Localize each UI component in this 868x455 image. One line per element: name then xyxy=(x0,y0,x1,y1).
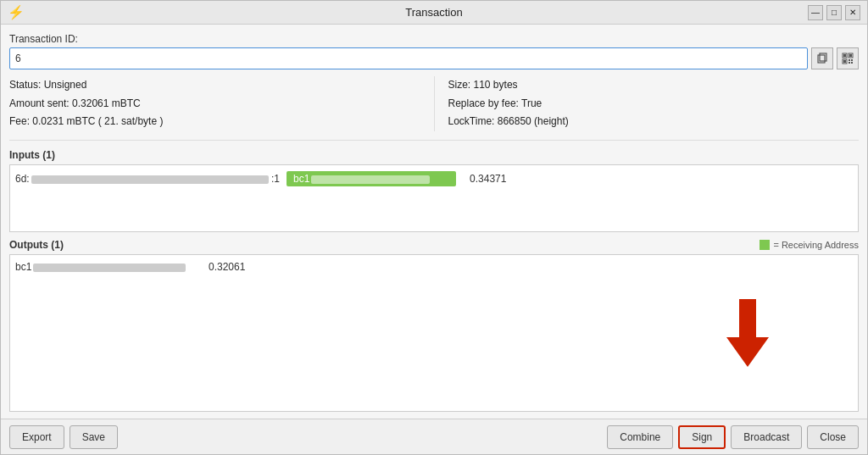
info-left: Status: Unsigned Amount sent: 0.32061 mB… xyxy=(9,76,434,131)
qr-icon xyxy=(842,53,854,64)
status-text: Status: Unsigned xyxy=(9,76,420,95)
fee-text: Fee: 0.0231 mBTC ( 21. sat/byte ) xyxy=(9,113,420,131)
svg-rect-3 xyxy=(843,54,846,57)
amount-text: Amount sent: 0.32061 mBTC xyxy=(9,95,420,114)
txid-input[interactable] xyxy=(9,47,808,69)
outputs-box: bc1 0.32061 xyxy=(9,254,859,412)
copy-txid-button[interactable] xyxy=(811,47,833,69)
qr-code-button[interactable] xyxy=(837,47,859,69)
sections-wrapper: Inputs (1) 6d: :1 bc1 0.34371 Outputs (1… xyxy=(9,149,859,419)
outputs-header-row: Outputs (1) = Receiving Address xyxy=(9,239,859,254)
legend-label: = Receiving Address xyxy=(773,240,859,250)
save-button[interactable]: Save xyxy=(70,425,118,449)
outputs-header: Outputs (1) xyxy=(9,239,64,251)
locktime-text: LockTime: 866850 (height) xyxy=(448,113,860,131)
inputs-section: Inputs (1) 6d: :1 bc1 0.34371 xyxy=(9,149,859,239)
output-amount: 0.32061 xyxy=(209,261,245,273)
svg-rect-11 xyxy=(851,62,853,64)
combine-button[interactable]: Combine xyxy=(607,425,673,449)
table-row: 6d: :1 bc1 0.34371 xyxy=(14,169,854,189)
txid-label: Transaction ID: xyxy=(9,33,859,45)
table-row: bc1 0.32061 xyxy=(14,258,854,275)
svg-rect-0 xyxy=(818,55,825,63)
svg-rect-1 xyxy=(820,53,826,61)
svg-rect-7 xyxy=(843,60,846,63)
info-section: Status: Unsigned Amount sent: 0.32061 mB… xyxy=(9,76,859,141)
legend-green-indicator xyxy=(760,240,770,250)
outputs-section: Outputs (1) = Receiving Address bc1 0.32… xyxy=(9,239,859,419)
broadcast-button[interactable]: Broadcast xyxy=(731,425,802,449)
titlebar: ⚡ Transaction — □ ✕ xyxy=(1,1,867,25)
down-arrow-icon xyxy=(722,299,773,367)
txid-row xyxy=(9,47,859,69)
sign-button[interactable]: Sign xyxy=(678,425,726,449)
input-txid: 6d: :1 xyxy=(15,173,280,185)
close-button-footer[interactable]: Close xyxy=(807,425,859,449)
receiving-legend: = Receiving Address xyxy=(760,240,859,250)
export-button[interactable]: Export xyxy=(9,425,64,449)
minimize-button[interactable]: — xyxy=(808,5,823,20)
transaction-window: ⚡ Transaction — □ ✕ Transaction ID: xyxy=(0,0,868,455)
output-address: bc1 xyxy=(15,261,202,273)
copy-icon xyxy=(816,53,828,64)
inputs-box: 6d: :1 bc1 0.34371 xyxy=(9,164,859,232)
input-address: bc1 xyxy=(287,171,456,186)
window-controls: — □ ✕ xyxy=(808,5,860,20)
footer: Export Save Combine Sign Broadcast Close xyxy=(1,419,867,454)
close-button[interactable]: ✕ xyxy=(845,5,860,20)
svg-rect-10 xyxy=(849,62,850,64)
svg-rect-5 xyxy=(849,54,852,57)
input-amount: 0.34371 xyxy=(470,173,506,185)
rbf-text: Replace by fee: True xyxy=(448,95,860,114)
inputs-header: Inputs (1) xyxy=(9,149,859,161)
maximize-button[interactable]: □ xyxy=(826,5,842,20)
svg-marker-12 xyxy=(726,299,769,367)
main-content: Transaction ID: xyxy=(1,25,867,419)
info-right: Size: 110 bytes Replace by fee: True Loc… xyxy=(434,76,860,131)
app-icon: ⚡ xyxy=(8,4,25,20)
svg-rect-9 xyxy=(851,59,853,61)
window-title: Transaction xyxy=(405,6,462,19)
sign-arrow-indicator xyxy=(722,264,773,402)
svg-rect-8 xyxy=(849,59,850,61)
size-text: Size: 110 bytes xyxy=(448,76,860,95)
